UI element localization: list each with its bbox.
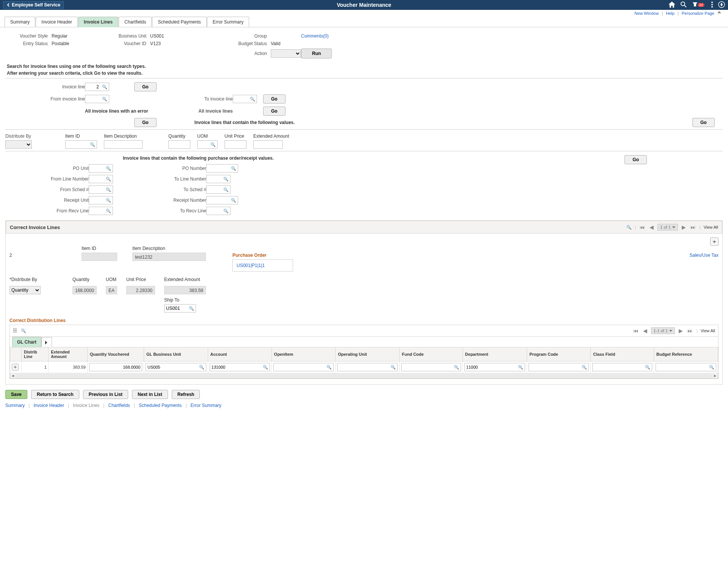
next-list-button[interactable]: Next in List	[132, 390, 168, 399]
next-dist-icon[interactable]: ▶	[678, 328, 684, 334]
personalize-link[interactable]: Personalize Page	[682, 11, 714, 16]
view-all-link[interactable]: View All	[704, 225, 718, 229]
find-grid-icon[interactable]	[21, 328, 26, 333]
go-button-1[interactable]: Go	[134, 82, 157, 91]
prev-list-button[interactable]: Previous in List	[83, 390, 128, 399]
footer-link-error-summary[interactable]: Error Summary	[191, 403, 221, 408]
to-invoice-line-input[interactable]	[233, 95, 248, 103]
gl-bu-input[interactable]	[146, 365, 197, 369]
th-open-item[interactable]: OpenItem	[271, 347, 336, 361]
last-dist-icon[interactable]: ⏭	[687, 328, 693, 334]
go-button-values[interactable]: Go	[692, 118, 715, 127]
sales-use-tax-link[interactable]: Sales/Use Tax	[690, 253, 719, 258]
go-button-3[interactable]: Go	[263, 107, 286, 116]
tab-error-summary[interactable]: Error Summary	[207, 17, 249, 27]
to-line-num-input[interactable]	[207, 175, 222, 183]
to-sched-input[interactable]	[207, 186, 222, 193]
home-icon[interactable]	[668, 2, 675, 9]
item-desc-input[interactable]	[104, 141, 142, 148]
prog-code-input[interactable]	[529, 365, 580, 369]
lookup-icon[interactable]	[104, 176, 113, 182]
refresh-button[interactable]: Refresh	[172, 390, 200, 399]
lookup-icon[interactable]	[222, 176, 230, 182]
show-all-toggle[interactable]: ⏵	[41, 337, 52, 347]
tab-chartfields[interactable]: Chartfields	[119, 17, 152, 27]
po-unit-input[interactable]	[89, 165, 104, 172]
account-input[interactable]	[210, 365, 261, 369]
lookup-icon[interactable]	[198, 365, 206, 370]
budget-ref-input[interactable]	[656, 365, 708, 369]
lookup-icon[interactable]	[325, 365, 333, 370]
oper-unit-input[interactable]	[337, 365, 389, 369]
tab-invoice-lines[interactable]: Invoice Lines	[78, 17, 118, 27]
dept-input[interactable]	[465, 365, 517, 369]
go-button-po[interactable]: Go	[624, 155, 647, 164]
from-line-num-input[interactable]	[89, 175, 104, 183]
th-gl-bu[interactable]: GL Business Unit	[144, 347, 208, 361]
fund-code-input[interactable]	[402, 365, 452, 369]
actions-menu-icon[interactable]	[711, 2, 713, 9]
po-link[interactable]: US001|P1|1|1	[237, 263, 265, 268]
lookup-icon[interactable]	[187, 306, 196, 311]
quantity-input[interactable]	[169, 141, 190, 148]
from-recv-input[interactable]	[89, 207, 104, 215]
run-button[interactable]: Run	[301, 49, 332, 58]
class-field-input[interactable]	[593, 365, 643, 369]
tab-invoice-header[interactable]: Invoice Header	[36, 17, 78, 27]
notifications-icon[interactable]: 22	[692, 2, 706, 9]
th-qty-vouch[interactable]: Quantity Vouchered	[87, 347, 144, 361]
th-class-field[interactable]: Class Field	[591, 347, 654, 361]
lookup-icon[interactable]	[643, 365, 652, 370]
footer-link-chartfields[interactable]: Chartfields	[108, 403, 130, 408]
dist-pager[interactable]: 1-1 of 1	[651, 327, 675, 334]
find-icon[interactable]	[626, 225, 632, 230]
lookup-icon[interactable]	[104, 187, 113, 192]
help-link[interactable]: Help	[666, 11, 675, 16]
unit-price-input[interactable]	[225, 141, 246, 148]
from-invoice-line-input[interactable]	[85, 95, 100, 103]
open-item-input[interactable]	[274, 365, 325, 369]
th-fund-code[interactable]: Fund Code	[399, 347, 463, 361]
action-select[interactable]	[271, 49, 301, 58]
first-icon[interactable]: ⏮	[639, 224, 646, 230]
go-button-alllines[interactable]: Go	[134, 118, 157, 127]
pager-display[interactable]: 1 of 1	[657, 224, 678, 231]
lookup-icon[interactable]	[209, 142, 217, 147]
item-id-input[interactable]	[66, 141, 88, 148]
lookup-icon[interactable]	[104, 208, 113, 214]
lookup-icon[interactable]	[248, 96, 257, 102]
dist-tab-gl-chart[interactable]: GL Chart	[12, 337, 41, 347]
return-search-button[interactable]: Return to Search	[31, 390, 79, 399]
lookup-icon[interactable]	[708, 365, 716, 370]
first-dist-icon[interactable]: ⏮	[632, 328, 639, 334]
save-button[interactable]: Save	[5, 390, 27, 399]
lookup-icon[interactable]	[229, 198, 238, 203]
go-button-2[interactable]: Go	[263, 94, 286, 104]
from-sched-input[interactable]	[89, 186, 104, 193]
footer-link-scheduled-payments[interactable]: Scheduled Payments	[139, 403, 182, 408]
next-icon[interactable]: ▶	[681, 224, 687, 230]
comments-link[interactable]: Comments(0)	[301, 33, 329, 39]
search-icon[interactable]	[681, 2, 687, 9]
ext-amt-input[interactable]	[254, 141, 282, 148]
lookup-icon[interactable]	[261, 365, 270, 370]
lookup-icon[interactable]	[222, 187, 230, 192]
th-budget-ref[interactable]: Budget Reference	[654, 347, 718, 361]
dist-view-all[interactable]: View All	[701, 328, 715, 333]
tab-scheduled-payments[interactable]: Scheduled Payments	[152, 17, 206, 27]
receipt-num-input[interactable]	[207, 196, 229, 204]
lookup-icon[interactable]	[100, 96, 109, 102]
scroll-up-icon[interactable]	[717, 11, 721, 13]
lookup-icon[interactable]	[229, 166, 238, 171]
invoice-line-input[interactable]	[85, 83, 100, 91]
th-ext-amt[interactable]: Extended Amount	[49, 347, 88, 361]
th-oper-unit[interactable]: Operating Unit	[336, 347, 400, 361]
personalize-grid-icon[interactable]: ☷	[13, 328, 17, 333]
add-dist-row-button[interactable]: ＋	[12, 364, 19, 371]
lookup-icon[interactable]	[516, 365, 525, 370]
receipt-unit-input[interactable]	[89, 196, 104, 204]
tab-summary[interactable]: Summary	[5, 17, 35, 27]
scroll-right-icon[interactable]: ►	[712, 374, 718, 378]
uom-input[interactable]	[198, 141, 209, 148]
po-number-input[interactable]	[207, 165, 229, 172]
